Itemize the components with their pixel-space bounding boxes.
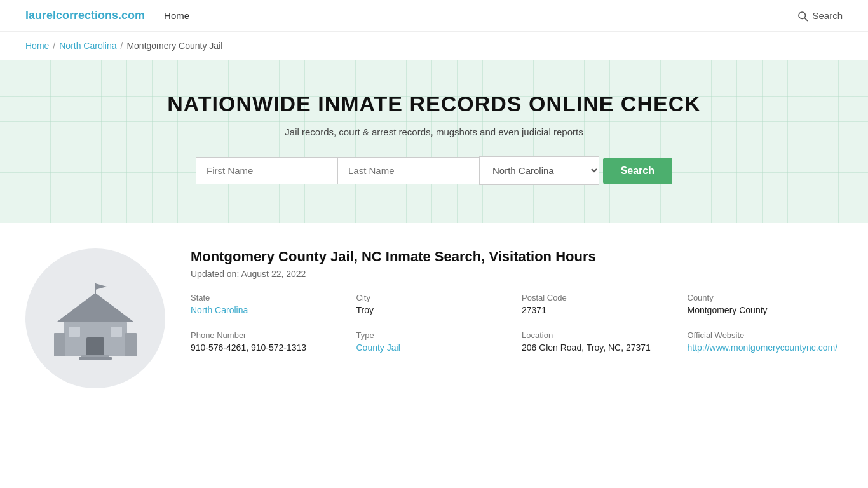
website-link[interactable]: http://www.montgomerycountync.com/: [688, 342, 838, 353]
breadcrumb-north-carolina[interactable]: North Carolina: [59, 41, 116, 51]
search-icon: [797, 10, 808, 22]
svg-marker-3: [57, 293, 133, 322]
website-value: http://www.montgomerycountync.com/: [688, 342, 843, 353]
type-value: County Jail: [356, 342, 512, 353]
svg-rect-5: [69, 327, 80, 337]
svg-rect-10: [79, 357, 112, 360]
county-value: Montgomery County: [688, 305, 843, 315]
breadcrumb: Home / North Carolina / Montgomery Count…: [0, 32, 868, 60]
location-label: Location: [522, 330, 677, 340]
facility-info: Montgomery County Jail, NC Inmate Search…: [191, 248, 843, 353]
header-nav: Home: [164, 10, 189, 21]
svg-rect-4: [86, 337, 104, 356]
hero-section: NATIONWIDE INMATE RECORDS ONLINE CHECK J…: [0, 60, 868, 223]
facility-title: Montgomery County Jail, NC Inmate Search…: [191, 248, 843, 265]
facility-updated: Updated on: August 22, 2022: [191, 269, 843, 279]
type-link[interactable]: County Jail: [356, 342, 400, 353]
detail-county: County Montgomery County: [688, 293, 843, 315]
main-content: Montgomery County Jail, NC Inmate Search…: [0, 223, 868, 414]
svg-line-1: [805, 18, 808, 20]
detail-state: State North Carolina: [191, 293, 346, 315]
header-search-label: Search: [812, 10, 843, 21]
postal-value: 27371: [522, 305, 677, 315]
city-value: Troy: [356, 305, 512, 315]
svg-rect-6: [111, 327, 122, 337]
last-name-input[interactable]: [337, 157, 479, 184]
header-search[interactable]: Search: [797, 10, 843, 22]
state-value: North Carolina: [191, 305, 346, 315]
hero-form: North Carolina Alabama Alaska Arizona Ar…: [196, 156, 672, 185]
type-label: Type: [356, 330, 512, 340]
breadcrumb-sep-2: /: [121, 41, 123, 51]
details-grid: State North Carolina City Troy Postal Co…: [191, 293, 843, 353]
breadcrumb-current: Montgomery County Jail: [126, 41, 222, 51]
facility-icon-wrap: [25, 248, 165, 388]
postal-label: Postal Code: [522, 293, 677, 302]
location-value: 206 Glen Road, Troy, NC, 27371: [522, 342, 677, 353]
site-logo[interactable]: laurelcorrections.com: [25, 9, 145, 22]
detail-location: Location 206 Glen Road, Troy, NC, 27371: [522, 330, 677, 353]
hero-title: NATIONWIDE INMATE RECORDS ONLINE CHECK: [25, 92, 843, 116]
phone-label: Phone Number: [191, 330, 346, 340]
first-name-input[interactable]: [196, 157, 337, 184]
state-link[interactable]: North Carolina: [191, 305, 248, 315]
county-label: County: [688, 293, 843, 302]
detail-type: Type County Jail: [356, 330, 512, 353]
phone-value: 910-576-4261, 910-572-1313: [191, 342, 346, 353]
facility-icon: [51, 277, 140, 360]
detail-postal: Postal Code 27371: [522, 293, 677, 315]
website-label: Official Website: [688, 330, 843, 340]
search-button[interactable]: Search: [603, 158, 672, 184]
city-label: City: [356, 293, 512, 302]
detail-website: Official Website http://www.montgomeryco…: [688, 330, 843, 353]
state-select[interactable]: North Carolina Alabama Alaska Arizona Ar…: [479, 156, 599, 185]
svg-rect-12: [125, 333, 137, 356]
hero-subtitle: Jail records, court & arrest records, mu…: [25, 126, 843, 137]
state-label: State: [191, 293, 346, 302]
breadcrumb-sep-1: /: [53, 41, 55, 51]
svg-marker-8: [95, 283, 107, 290]
header: laurelcorrections.com Home Search: [0, 0, 868, 32]
breadcrumb-home[interactable]: Home: [25, 41, 49, 51]
detail-phone: Phone Number 910-576-4261, 910-572-1313: [191, 330, 346, 353]
nav-home[interactable]: Home: [164, 10, 189, 21]
detail-city: City Troy: [356, 293, 512, 315]
svg-rect-11: [54, 333, 65, 356]
header-left: laurelcorrections.com Home: [25, 9, 189, 22]
